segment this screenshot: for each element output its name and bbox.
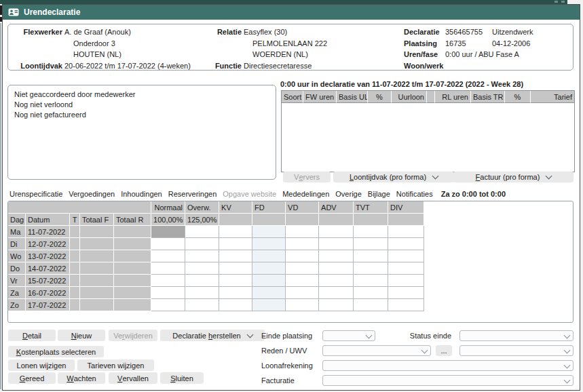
status-einde-select[interactable] — [459, 330, 573, 341]
grid-hours-cell[interactable] — [319, 287, 354, 299]
grid-hours-cell[interactable] — [185, 250, 219, 262]
grid-hours-cell[interactable] — [286, 250, 319, 262]
grid-hours-cell[interactable] — [219, 226, 252, 238]
col-basis-tr: Basis TR — [470, 91, 504, 103]
urendeclaratie-dialog: Urendeclaratie FlexwerkerA. de Graaf (An… — [2, 4, 580, 391]
tab-inhoudingen[interactable]: Inhoudingen — [121, 190, 162, 198]
grid-hours-cell[interactable] — [185, 238, 219, 250]
grid-hours-cell[interactable] — [252, 262, 286, 275]
grid-hours-cell[interactable] — [219, 275, 252, 287]
grid-hours-cell[interactable] — [151, 262, 185, 275]
grid-hours-cell[interactable] — [388, 250, 424, 262]
grid-hours-cell[interactable] — [252, 287, 286, 299]
grid-hours-cell[interactable] — [219, 287, 252, 299]
grid-hours-cell[interactable] — [286, 262, 319, 275]
factuur-pro-forma-button[interactable]: Factuur (pro forma) — [453, 172, 573, 182]
einde-plaatsing-select[interactable] — [322, 330, 375, 341]
kostenplaats-selecteren-button[interactable]: Kostenplaats selecteren — [8, 346, 104, 357]
grid-hours-cell[interactable] — [185, 275, 219, 287]
grid-hours-cell[interactable] — [286, 287, 319, 299]
detail-button[interactable]: Detail — [8, 330, 56, 341]
grid-hours-cell[interactable] — [219, 250, 252, 262]
relatie-street: PELMOLENLAAN 222 — [244, 39, 327, 51]
grid-hours-cell[interactable] — [354, 226, 388, 238]
grid-hours-cell[interactable] — [151, 275, 185, 287]
more-options-button[interactable]: ... — [436, 345, 452, 356]
col-spacer — [426, 91, 434, 103]
grid-hours-cell[interactable] — [388, 275, 424, 287]
loonafrekening-select[interactable] — [322, 360, 573, 371]
vervallen-button[interactable]: Vervallen — [109, 372, 157, 384]
uren-fase-value: 0:00 uur / ABU Fase A — [445, 50, 519, 62]
verwijderen-button: Verwijderen — [109, 330, 157, 341]
grid-hours-cell[interactable] — [354, 238, 388, 250]
col-soort: Soort — [282, 91, 303, 103]
grid-hours-cell[interactable] — [219, 262, 252, 275]
tarieven-wijzigen-button[interactable]: Tarieven wijzigen — [77, 359, 154, 371]
grid-hours-cell[interactable] — [252, 238, 286, 250]
relatie-label: Relatie — [202, 28, 242, 39]
grid-hours-cell[interactable] — [319, 275, 354, 287]
nieuw-button[interactable]: Nieuw — [58, 330, 105, 341]
tab-bijlage[interactable]: Bijlage — [368, 190, 390, 198]
facturatie-select[interactable] — [322, 375, 573, 386]
grid-hours-cell[interactable] — [388, 262, 424, 275]
grid-hours-cell[interactable] — [319, 262, 354, 275]
grid-hours-cell[interactable] — [185, 287, 219, 299]
grid-hours-cell[interactable] — [252, 226, 286, 238]
uwv-select[interactable] — [459, 345, 573, 356]
grid-hours-cell[interactable] — [388, 226, 424, 238]
grid-hours-cell[interactable] — [286, 226, 319, 238]
grid-hours-cell[interactable] — [252, 299, 286, 311]
plaatsing-number: 16735 — [445, 39, 490, 51]
grid-hours-cell[interactable] — [354, 299, 388, 311]
grid-hours-cell-selected[interactable] — [151, 226, 185, 238]
grid-hours-cell[interactable] — [354, 262, 388, 275]
grid-hours-cell[interactable] — [286, 299, 319, 311]
grid-hours-cell[interactable] — [388, 299, 424, 311]
id-card-icon — [8, 8, 19, 16]
lonen-wijzigen-button[interactable]: Lonen wijzigen — [8, 359, 75, 371]
grid-hours-cell[interactable] — [354, 287, 388, 299]
tab-urenspecificatie[interactable]: Urenspecificatie — [10, 190, 62, 198]
grid-hours-cell[interactable] — [388, 238, 424, 250]
grid-hours-cell[interactable] — [354, 250, 388, 262]
grid-hours-cell[interactable] — [151, 250, 185, 262]
sluiten-button[interactable]: Sluiten — [160, 372, 204, 384]
declaratie-herstellen-button[interactable]: Declaratie herstellen — [160, 330, 265, 341]
grid-hours-cell[interactable] — [286, 238, 319, 250]
wachten-button[interactable]: Wachten — [58, 372, 105, 384]
plaatsing-label: Plaatsing — [404, 39, 443, 51]
grid-total-cell — [70, 226, 80, 238]
tab-mededelingen[interactable]: Mededelingen — [282, 190, 329, 198]
grid-hours-cell[interactable] — [185, 226, 219, 238]
grid-hours-cell[interactable] — [252, 275, 286, 287]
grid-hours-cell[interactable] — [151, 287, 185, 299]
grid-header-totaal-f: Totaal F — [80, 214, 114, 226]
grid-hours-cell[interactable] — [319, 250, 354, 262]
grid-hours-cell[interactable] — [388, 287, 424, 299]
grid-hours-cell[interactable] — [319, 238, 354, 250]
grid-hours-cell[interactable] — [151, 299, 185, 311]
grid-hours-cell[interactable] — [151, 238, 185, 250]
reden-select[interactable] — [322, 345, 431, 356]
grid-hours-cell[interactable] — [219, 238, 252, 250]
grid-hours-cell[interactable] — [319, 226, 354, 238]
einde-plaatsing-label: Einde plaatsing — [261, 332, 312, 340]
woon-werk-label: Woon/werk — [404, 62, 443, 73]
grid-hours-cell[interactable] — [286, 275, 319, 287]
grid-hours-cell[interactable] — [252, 250, 286, 262]
gereed-button[interactable]: Gereed — [8, 372, 56, 384]
tab-notificaties[interactable]: Notificaties — [396, 190, 433, 198]
tab-overige[interactable]: Overige — [335, 190, 362, 198]
tab-reserveringen[interactable]: Reserveringen — [168, 190, 217, 198]
reden-uwv-label: Reden / UWV — [261, 347, 307, 355]
declaratie-type: Uitzendwerk — [492, 28, 533, 39]
grid-hours-cell[interactable] — [219, 299, 252, 311]
grid-hours-cell[interactable] — [185, 262, 219, 275]
tab-vergoedingen[interactable]: Vergoedingen — [69, 190, 115, 198]
loontijdvak-pro-forma-button[interactable]: Loontijdvak (pro forma) — [333, 172, 454, 182]
grid-hours-cell[interactable] — [319, 299, 354, 311]
grid-hours-cell[interactable] — [185, 299, 219, 311]
grid-hours-cell[interactable] — [354, 275, 388, 287]
